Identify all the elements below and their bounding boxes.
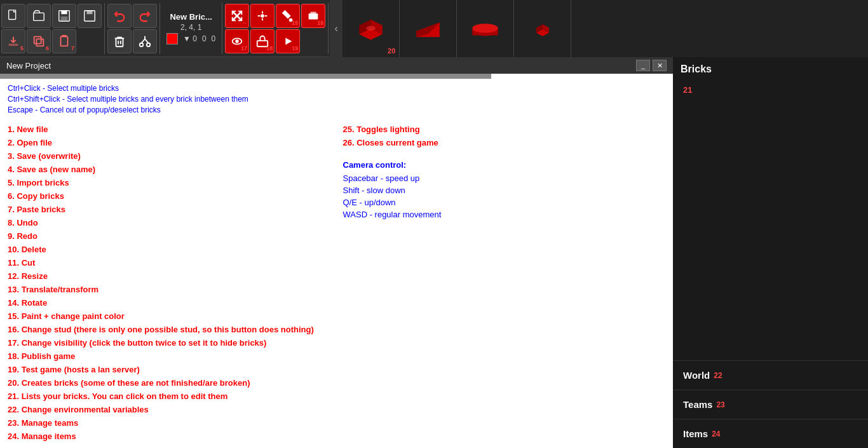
- toolbar-row-tools1: ↔ 15 16: [225, 4, 325, 28]
- svg-point-19: [236, 39, 240, 43]
- svg-rect-6: [86, 10, 92, 14]
- visibility-button[interactable]: 17: [225, 29, 249, 53]
- help-item-10: 10. Delete: [8, 245, 330, 254]
- help-item-9: 9. Redo: [8, 231, 330, 241]
- camera-section: Camera control: Spacebar - speed up Shif…: [343, 160, 666, 219]
- help-item-16: 16. Change stud (there is only one possi…: [8, 325, 330, 334]
- project-name: New Bric...: [170, 12, 212, 22]
- help-item-24: 24. Manage items: [8, 431, 330, 441]
- divider-2: [159, 3, 160, 54]
- help-item-1: 1. New file: [8, 125, 330, 134]
- help-item-23: 23. Manage teams: [8, 418, 330, 428]
- divider-3: [222, 3, 222, 54]
- brick-num-20: 20: [388, 47, 395, 55]
- help-titlebar: New Project _ ✕: [0, 57, 673, 74]
- camera-qe: Q/E - up/down: [343, 198, 666, 207]
- undo-button[interactable]: [107, 4, 132, 28]
- camera-title: Camera control:: [343, 160, 666, 170]
- svg-point-30: [473, 24, 498, 33]
- open-file-button[interactable]: [27, 4, 51, 28]
- items-num: 24: [712, 430, 720, 438]
- help-item-4: 4. Save as (new name): [8, 165, 330, 174]
- teams-num: 23: [716, 400, 724, 409]
- close-button[interactable]: ✕: [653, 60, 667, 71]
- paint-button[interactable]: 15: [276, 4, 300, 28]
- minimize-button[interactable]: _: [636, 60, 650, 71]
- help-item-15: 15. Paint + change paint color: [8, 311, 330, 321]
- y-coord: ▼ 0: [183, 34, 197, 43]
- toolbar-group-files: 5 6 7: [0, 1, 103, 56]
- brick-nav-left[interactable]: ‹: [330, 0, 342, 57]
- resize-button[interactable]: ↔: [225, 4, 249, 28]
- items-nav-item[interactable]: Items 24: [673, 419, 868, 448]
- copy-bricks-button[interactable]: 6: [27, 29, 51, 53]
- toolbar-row-delete: [107, 29, 157, 53]
- bricks-list-badge: 21: [675, 83, 865, 97]
- toolbar-group-edit: [106, 1, 158, 56]
- help-item-5: 5. Import bricks: [8, 178, 330, 187]
- scrollbar-top[interactable]: [0, 74, 491, 79]
- shortcuts-section: Ctrl+Click - Select multiple bricks Ctrl…: [8, 84, 665, 114]
- help-columns: 1. New file 2. Open file 3. Save (overwr…: [8, 125, 665, 445]
- toolbar-row-1: [1, 4, 102, 28]
- world-nav-item[interactable]: World 22: [673, 360, 868, 390]
- divider-4: [328, 3, 329, 54]
- help-scroll-area[interactable]: Ctrl+Click - Select multiple bricks Ctrl…: [0, 79, 673, 448]
- z-coord: 0: [212, 34, 216, 43]
- svg-rect-8: [36, 39, 43, 46]
- help-panel: New Project _ ✕ Ctrl+Click - Select mult…: [0, 57, 673, 448]
- world-label: World: [683, 370, 710, 381]
- shortcut-escape: Escape - Cancel out of popup/deselect br…: [8, 105, 665, 114]
- stud-button[interactable]: 16: [301, 4, 325, 28]
- toolbar: 5 6 7: [0, 0, 868, 57]
- translate-button[interactable]: [250, 4, 275, 28]
- toolbar-row-tools2: 17 18 19: [225, 29, 325, 53]
- help-item-26: 26. Closes current game: [343, 138, 666, 147]
- toolbar-group-tools: ↔ 15 16 17 18: [224, 1, 327, 56]
- save-as-button[interactable]: [78, 4, 102, 28]
- coords-row: 2, 4, 1: [180, 23, 201, 32]
- bricks-header: Bricks: [673, 57, 868, 80]
- help-item-13: 13. Translate/transform: [8, 285, 330, 294]
- main-area: New Project _ ✕ Ctrl+Click - Select mult…: [0, 57, 868, 448]
- color-swatch[interactable]: [166, 33, 178, 44]
- delete-button[interactable]: [107, 29, 132, 53]
- svg-rect-9: [34, 36, 41, 43]
- camera-wasd: WASD - regular movement: [343, 210, 666, 219]
- test-game-button[interactable]: 19: [276, 29, 300, 53]
- help-item-2: 2. Open file: [8, 138, 330, 147]
- help-item-6: 6. Copy bricks: [8, 191, 330, 201]
- toolbar-row-undo: [107, 4, 157, 28]
- help-item-12: 12. Resize: [8, 271, 330, 281]
- teams-label: Teams: [683, 399, 712, 410]
- brick-preview-4[interactable]: [514, 0, 571, 57]
- svg-rect-10: [61, 36, 68, 46]
- new-file-button[interactable]: [1, 4, 25, 28]
- svg-marker-21: [286, 37, 292, 44]
- project-info: New Bric... 2, 4, 1 ▼ 0 0 0: [161, 11, 220, 46]
- toolbar-row-2: 5 6 7: [1, 29, 102, 53]
- cut-button[interactable]: [133, 29, 157, 53]
- help-item-20: 20. Creates bricks (some of these are no…: [8, 378, 330, 388]
- svg-rect-11: [116, 38, 123, 46]
- help-item-22: 22. Change environmental variables: [8, 405, 330, 414]
- brick-preview-1[interactable]: 20: [342, 0, 400, 57]
- teams-nav-item[interactable]: Teams 23: [673, 390, 868, 419]
- save-button[interactable]: [52, 4, 76, 28]
- help-col-left: 1. New file 2. Open file 3. Save (overwr…: [8, 125, 330, 445]
- paste-bricks-button[interactable]: 7: [52, 29, 76, 53]
- publish-button[interactable]: 18: [250, 29, 275, 53]
- coords-xyz: 2, 4, 1: [180, 23, 201, 32]
- svg-rect-1: [34, 13, 44, 20]
- brick-previews-strip: ‹ 20: [330, 0, 868, 57]
- help-item-17: 17. Change visibility (click the button …: [8, 338, 330, 348]
- svg-rect-3: [61, 10, 67, 14]
- import-bricks-button[interactable]: 5: [1, 29, 25, 53]
- redo-button[interactable]: [133, 4, 157, 28]
- svg-point-14: [261, 14, 265, 18]
- svg-point-25: [366, 26, 376, 31]
- help-title: New Project: [6, 61, 51, 71]
- brick-preview-2[interactable]: [400, 0, 457, 57]
- items-label: Items: [683, 428, 708, 439]
- brick-preview-3[interactable]: [457, 0, 514, 57]
